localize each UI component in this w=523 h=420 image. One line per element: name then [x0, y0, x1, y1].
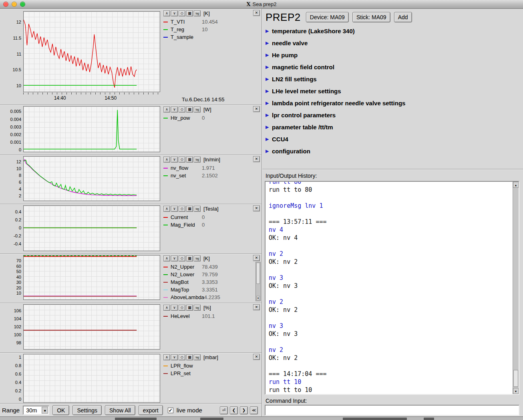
scroll-down-button[interactable]: ∨ — [171, 305, 178, 311]
scroll-down-button[interactable]: ∨ — [171, 206, 178, 212]
plot-area[interactable] — [23, 255, 160, 300]
tree-item[interactable]: ▶magnetic field control — [266, 61, 521, 73]
plot-area[interactable] — [23, 304, 160, 350]
grid-button[interactable]: ▦ — [186, 255, 193, 261]
scroll-up-button[interactable]: ∧ — [163, 107, 170, 113]
range-select[interactable]: 30m ▾ — [23, 406, 49, 415]
stick-button[interactable]: Stick: MA09 — [352, 12, 390, 22]
page-back-button[interactable]: ❮ — [230, 406, 238, 414]
plot-area[interactable] — [23, 205, 160, 251]
scroll-up-button[interactable]: ∧ — [163, 354, 170, 360]
plot-close-button[interactable]: ✕ — [253, 255, 260, 261]
log-scale-button[interactable]: log — [194, 10, 201, 16]
scroll-down-button[interactable]: ∨ — [171, 157, 178, 163]
grid-button[interactable]: ▦ — [186, 107, 193, 113]
scroll-down-button[interactable]: ∨ — [171, 107, 178, 113]
plot-area[interactable] — [23, 11, 160, 92]
plot-close-button[interactable]: ✕ — [253, 354, 260, 360]
legend-scrollbar-thumb[interactable] — [256, 263, 260, 284]
scroll-up-button[interactable]: ∧ — [163, 255, 170, 261]
zoom-button[interactable]: ◇ — [179, 206, 185, 212]
scroll-down-button[interactable]: ∨ — [171, 354, 178, 360]
scroll-down-button[interactable]: ∨ — [171, 255, 178, 261]
y-tick-label: 0.005 — [10, 109, 21, 114]
tree-item[interactable]: ▶He pump — [266, 49, 521, 61]
page-forward-button[interactable]: ❯ — [240, 406, 248, 414]
grid-button[interactable]: ▦ — [186, 157, 193, 163]
plot-close-button[interactable]: ✕ — [253, 156, 260, 162]
grid-button[interactable]: ▦ — [186, 10, 193, 16]
tree-item[interactable]: ▶LN2 fill settings — [266, 73, 521, 85]
plot-close-button[interactable]: ✕ — [253, 106, 260, 112]
window-titlebar[interactable]: XSea prep2 — [0, 0, 523, 9]
log-scale-button[interactable]: log — [194, 255, 201, 261]
redraw-button[interactable]: ⏎ — [220, 406, 228, 414]
log-scale-button[interactable]: log — [194, 157, 201, 163]
tree-item[interactable]: ▶CCU4 — [266, 133, 521, 145]
scroll-up-button[interactable]: ∧ — [163, 206, 170, 212]
tree-item[interactable]: ▶lambda point refrigerator needle valve … — [266, 97, 521, 109]
plot-close-button[interactable]: ✕ — [253, 10, 260, 16]
zoom-button[interactable]: ◇ — [179, 107, 185, 113]
device-button[interactable]: Device: MA09 — [306, 12, 349, 22]
log-scale-button[interactable]: log — [194, 206, 201, 212]
ok-button[interactable]: OK — [52, 405, 69, 415]
tree-item[interactable]: ▶configuration — [266, 145, 521, 157]
add-button[interactable]: Add — [394, 12, 412, 22]
legend-series-name: N2_Upper — [171, 264, 202, 270]
y-axis: 10.80.60.40.20 — [0, 354, 23, 403]
plot-area[interactable] — [23, 106, 160, 152]
tree-item[interactable]: ▶needle valve — [266, 37, 521, 49]
history-scrollbar[interactable]: ▲ ▼ — [513, 182, 519, 394]
tree-item[interactable]: ▶temperature (LakeShore 340) — [266, 25, 521, 37]
plot-close-button[interactable]: ✕ — [253, 205, 260, 211]
scroll-down-icon[interactable]: ▼ — [513, 388, 519, 394]
legend-scroll-down-icon[interactable]: ▼ — [256, 296, 260, 300]
plot-area[interactable] — [23, 156, 160, 201]
grid-button[interactable]: ▦ — [186, 305, 193, 311]
live-mode-checkbox[interactable]: ✓ — [168, 408, 173, 413]
command-input[interactable] — [265, 405, 519, 416]
log-scale-button[interactable]: log — [194, 107, 201, 113]
legend-entry: nv_set2.1502 — [163, 172, 260, 179]
grid-button[interactable]: ▦ — [186, 206, 193, 212]
legend-entries: Htr_pow0 — [163, 114, 260, 122]
scroll-up-button[interactable]: ∧ — [163, 305, 170, 311]
console-line: nv 2 — [269, 250, 513, 258]
zoom-button[interactable]: ◇ — [179, 10, 185, 16]
legend-series-value: 0 — [202, 222, 205, 228]
log-scale-button[interactable]: log — [194, 305, 201, 311]
tree-item[interactable]: ▶parameter table /tt/tm — [266, 121, 521, 133]
y-tick-label: 0.003 — [10, 125, 21, 129]
zoom-button[interactable]: ◇ — [179, 157, 185, 163]
legend-series-value: 0 — [202, 214, 205, 220]
scroll-thumb[interactable] — [513, 370, 518, 387]
grid-button[interactable]: ▦ — [186, 354, 193, 360]
zoom-button[interactable]: ◇ — [179, 305, 185, 311]
scroll-up-icon[interactable]: ▲ — [513, 182, 519, 188]
settings-button[interactable]: Settings — [72, 405, 102, 415]
export-button[interactable]: export — [139, 405, 163, 415]
triangle-right-icon: ▶ — [266, 40, 272, 46]
scroll-up-button[interactable]: ∧ — [163, 10, 170, 16]
zoom-button[interactable]: ◇ — [179, 354, 185, 360]
log-scale-button[interactable]: log — [194, 354, 201, 360]
scroll-down-button[interactable]: ∨ — [171, 10, 178, 16]
tree-item-label: He pump — [272, 52, 298, 58]
plot-area[interactable] — [23, 354, 160, 403]
io-history[interactable]: run tt 80run tt to 80 ignoreMsg lnv 1 ==… — [265, 181, 519, 395]
legend-series-name: LPR_set — [171, 370, 202, 376]
window-title: XSea prep2 — [0, 1, 523, 7]
legend-series-value: 79.759 — [202, 271, 218, 277]
chevron-down-icon[interactable]: ▾ — [42, 407, 48, 414]
scroll-up-button[interactable]: ∧ — [163, 157, 170, 163]
show-all-button[interactable]: Show All — [105, 405, 135, 415]
tree-item[interactable]: ▶lpr control parameters — [266, 109, 521, 121]
legend-panel: ∧∨◇▦log[Tesla] ✕ Current0Mag_Field0 — [161, 204, 262, 253]
plot-close-button[interactable]: ✕ — [253, 304, 260, 310]
tree-item[interactable]: ▶LHe level meter settings — [266, 85, 521, 97]
legend-scrollbar[interactable]: ▼ — [255, 262, 261, 301]
zoom-button[interactable]: ◇ — [179, 255, 185, 261]
legend-series-value: 101.1 — [202, 313, 215, 319]
go-latest-button[interactable]: ≪ — [250, 406, 258, 414]
